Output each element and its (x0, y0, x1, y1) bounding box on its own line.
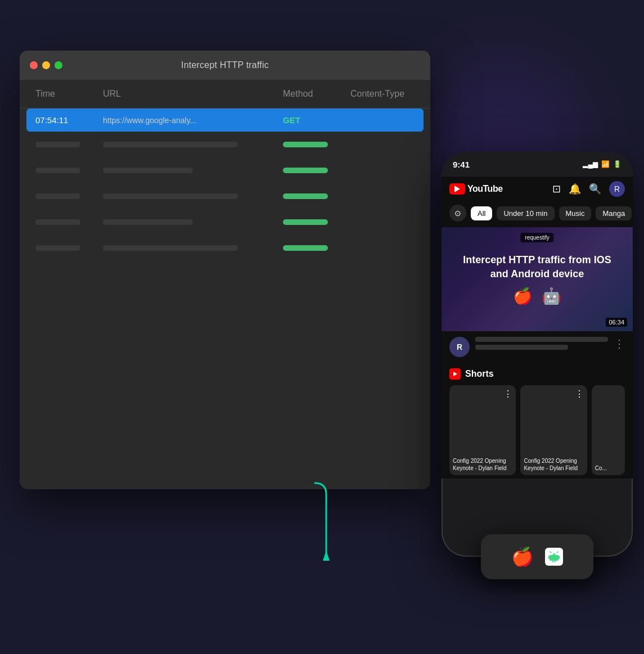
placeholder-bar (103, 245, 238, 251)
apple-icon: 🍎 (511, 546, 534, 567)
filter-chip-manga[interactable]: Manga (596, 206, 632, 220)
bell-icon[interactable]: 🔔 (569, 183, 581, 195)
battery-icon: 🔋 (613, 160, 622, 168)
video-icons: 🍎 🤖 (513, 287, 561, 305)
bottom-popup: 🍎 (481, 534, 593, 579)
arrow-icon (292, 477, 337, 562)
filter-chip-music[interactable]: Music (559, 206, 592, 220)
arrow-container (292, 477, 337, 564)
filter-chips: ⊙ All Under 10 min Music Manga (442, 201, 633, 227)
short-card-2-more[interactable]: ⋮ (575, 389, 584, 399)
placeholder-bar (283, 219, 328, 225)
filter-chip-under10[interactable]: Under 10 min (497, 206, 554, 220)
youtube-logo: YouTube (449, 183, 503, 195)
short-card-3[interactable]: Co... (592, 385, 625, 475)
placeholder-bar (103, 219, 193, 225)
youtube-logo-text: YouTube (467, 184, 503, 194)
placeholder-bar (103, 168, 193, 173)
table-row[interactable] (26, 133, 424, 156)
youtube-logo-icon (449, 183, 465, 195)
table-row[interactable] (26, 159, 424, 182)
video-meta: R ⋮ (442, 331, 633, 363)
requestify-badge: requestify (520, 233, 553, 242)
row-time: 07:54:11 (35, 115, 103, 125)
placeholder-bar (283, 245, 328, 251)
shorts-icon (449, 368, 461, 380)
placeholder-bar (283, 193, 328, 199)
yt-header-icons: ⊡ 🔔 🔍 R (552, 181, 625, 197)
placeholder-bar (103, 142, 238, 147)
col-url: URL (103, 89, 283, 99)
placeholder-bar (35, 193, 80, 199)
status-bar: 9:41 ▂▄▆ 📶 🔋 (442, 152, 633, 177)
desktop-window: Intercept HTTP traffic Time URL Method C… (20, 51, 430, 489)
shorts-section: Shorts ⋮ Config 2022 Opening Keynote - D… (442, 363, 633, 479)
placeholder-bar (35, 142, 80, 147)
profile-icon[interactable]: R (609, 181, 625, 197)
col-time: Time (35, 89, 103, 99)
svg-point-4 (555, 554, 556, 555)
youtube-header: YouTube ⊡ 🔔 🔍 R (442, 177, 633, 201)
table-body: 07:54:11 https://www.google-analy... GET (20, 109, 430, 260)
android-video-icon: 🤖 (542, 287, 561, 305)
signal-icon: ▂▄▆ (583, 160, 598, 168)
svg-rect-5 (548, 556, 550, 559)
window-title: Intercept HTTP traffic (181, 60, 269, 70)
svg-line-9 (550, 552, 551, 553)
shorts-header: Shorts (449, 368, 625, 380)
svg-rect-8 (555, 561, 556, 562)
video-more-button[interactable]: ⋮ (614, 337, 625, 350)
phone-container: 9:41 ▂▄▆ 📶 🔋 YouTube ⊡ 🔔 🔍 R ⊙ (442, 152, 633, 568)
table-row[interactable]: 07:54:11 https://www.google-analy... GET (26, 109, 424, 132)
placeholder-bar (35, 245, 80, 251)
video-title: Intercept HTTP traffic from IOS and Andr… (442, 253, 633, 281)
short-card-1-more[interactable]: ⋮ (503, 389, 512, 399)
traffic-lights (30, 61, 62, 69)
short-card-1-label: Config 2022 Opening Keynote - Dylan Fiel… (453, 457, 512, 472)
col-content-type: Content-Type (350, 89, 430, 99)
svg-point-3 (552, 554, 553, 555)
android-robot-icon (547, 550, 561, 563)
shorts-grid: ⋮ Config 2022 Opening Keynote - Dylan Fi… (449, 385, 625, 475)
svg-rect-7 (552, 561, 553, 562)
status-time: 9:41 (453, 160, 470, 169)
video-desc-line1 (475, 337, 608, 342)
android-icon (545, 548, 563, 566)
cast-icon[interactable]: ⊡ (552, 183, 561, 195)
status-icons: ▂▄▆ 📶 🔋 (583, 160, 622, 168)
placeholder-bar (35, 219, 80, 225)
phone-frame: 9:41 ▂▄▆ 📶 🔋 YouTube ⊡ 🔔 🔍 R ⊙ (442, 152, 633, 557)
minimize-button[interactable] (42, 61, 50, 69)
col-method: Method (283, 89, 350, 99)
placeholder-bar (283, 168, 328, 173)
wifi-icon: 📶 (601, 160, 610, 168)
svg-marker-0 (323, 551, 330, 561)
table-row[interactable] (26, 236, 424, 260)
video-card[interactable]: requestify Intercept HTTP traffic from I… (442, 227, 633, 363)
explore-chip[interactable]: ⊙ (449, 205, 466, 222)
row-method: GET (283, 115, 350, 125)
table-row[interactable] (26, 210, 424, 234)
close-button[interactable] (30, 61, 38, 69)
shorts-title: Shorts (465, 369, 494, 379)
search-icon[interactable]: 🔍 (589, 183, 601, 195)
window-titlebar: Intercept HTTP traffic (20, 51, 430, 80)
video-banner: requestify Intercept HTTP traffic from I… (442, 227, 633, 331)
placeholder-bar (35, 168, 80, 173)
short-card-2-label: Config 2022 Opening Keynote - Dylan Fiel… (524, 457, 583, 472)
short-card-2[interactable]: ⋮ Config 2022 Opening Keynote - Dylan Fi… (520, 385, 587, 475)
maximize-button[interactable] (55, 61, 62, 69)
short-card-1[interactable]: ⋮ Config 2022 Opening Keynote - Dylan Fi… (449, 385, 516, 475)
svg-line-10 (557, 552, 558, 553)
table-header: Time URL Method Content-Type Rule (20, 80, 430, 109)
short-card-3-label: Co... (595, 464, 622, 472)
apple-video-icon: 🍎 (513, 287, 533, 305)
table-row[interactable] (26, 184, 424, 208)
filter-chip-all[interactable]: All (471, 206, 492, 220)
video-info (475, 337, 608, 353)
svg-rect-1 (550, 555, 559, 561)
placeholder-bar (103, 193, 238, 199)
placeholder-bar (283, 142, 328, 147)
video-desc-line2 (475, 345, 568, 350)
video-duration: 06:34 (606, 318, 627, 327)
